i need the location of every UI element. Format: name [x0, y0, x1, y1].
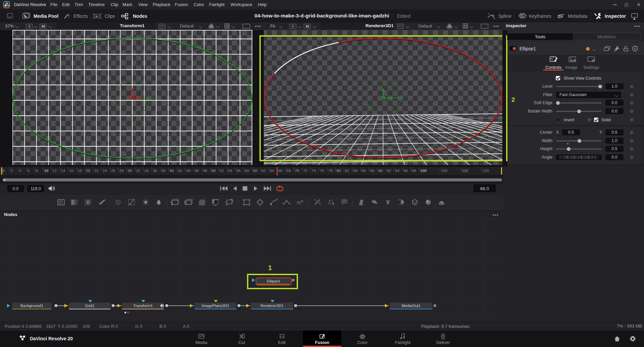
- svg-text:0: 0: [2, 169, 4, 173]
- svg-text:32: 32: [136, 169, 140, 173]
- svg-text:86: 86: [362, 169, 366, 173]
- svg-text:72: 72: [303, 169, 307, 173]
- svg-text:70: 70: [295, 169, 299, 173]
- svg-text:60: 60: [253, 169, 257, 173]
- svg-text:52: 52: [219, 169, 224, 173]
- svg-text:88: 88: [370, 169, 375, 173]
- svg-text:96: 96: [403, 169, 408, 173]
- svg-text:18: 18: [78, 169, 82, 173]
- svg-text:64: 64: [270, 169, 274, 173]
- svg-text:T: T: [86, 200, 90, 205]
- svg-text:90: 90: [379, 169, 383, 173]
- svg-text:94: 94: [395, 169, 399, 173]
- svg-text:6: 6: [28, 169, 30, 173]
- svg-text:24: 24: [103, 169, 107, 173]
- svg-text:40: 40: [169, 169, 174, 173]
- svg-text:30: 30: [128, 169, 132, 173]
- svg-text:44: 44: [186, 169, 191, 173]
- svg-text:66: 66: [278, 169, 283, 173]
- svg-text:38: 38: [161, 169, 165, 173]
- svg-text:80: 80: [337, 169, 341, 173]
- svg-text:12: 12: [52, 169, 57, 173]
- svg-text:20: 20: [86, 169, 90, 173]
- svg-text:82: 82: [345, 169, 349, 173]
- svg-text:110: 110: [462, 169, 468, 173]
- svg-text:8: 8: [36, 169, 38, 173]
- svg-text:115: 115: [483, 169, 489, 173]
- svg-text:100: 100: [420, 169, 427, 173]
- svg-text:36: 36: [153, 169, 157, 173]
- svg-text:48: 48: [203, 169, 207, 173]
- svg-text:28: 28: [119, 169, 124, 173]
- svg-text:76: 76: [320, 169, 324, 173]
- svg-text:2: 2: [11, 169, 13, 173]
- svg-text:56: 56: [236, 169, 241, 173]
- svg-text:26: 26: [111, 169, 115, 173]
- svg-text:92: 92: [387, 169, 391, 173]
- svg-text:84: 84: [353, 169, 358, 173]
- svg-text:105: 105: [441, 169, 447, 173]
- svg-text:74: 74: [311, 169, 316, 173]
- svg-text:98: 98: [412, 169, 416, 173]
- svg-text:T: T: [387, 200, 390, 205]
- svg-text:58: 58: [245, 169, 249, 173]
- svg-text:62: 62: [261, 169, 266, 173]
- svg-text:22: 22: [94, 169, 99, 173]
- svg-text:46: 46: [195, 169, 199, 173]
- svg-text:10: 10: [44, 169, 49, 173]
- svg-text:14: 14: [61, 169, 65, 173]
- svg-text:54: 54: [228, 169, 232, 173]
- svg-text:42: 42: [178, 169, 182, 173]
- svg-text:50: 50: [211, 169, 216, 173]
- svg-text:16: 16: [69, 169, 73, 173]
- svg-text:68: 68: [287, 169, 291, 173]
- svg-text:4: 4: [19, 169, 21, 173]
- svg-text:78: 78: [328, 169, 333, 173]
- svg-text:34: 34: [144, 169, 149, 173]
